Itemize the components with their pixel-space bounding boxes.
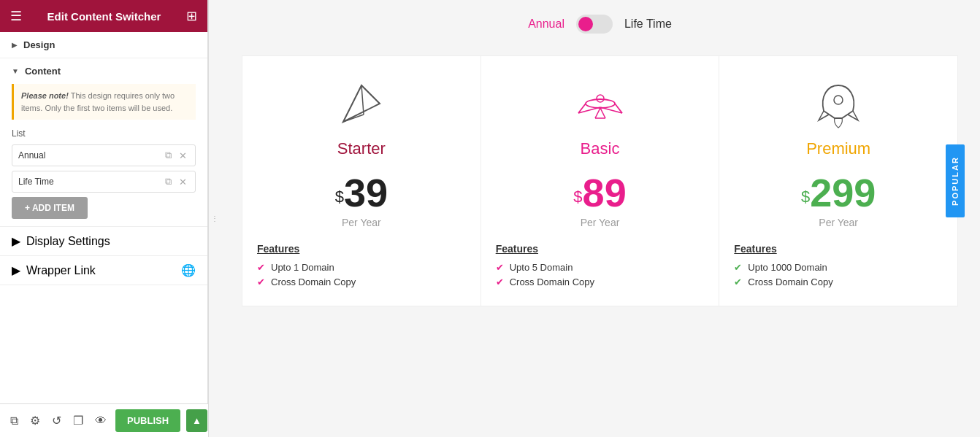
list-label: List [12, 128, 196, 139]
premium-title: Premium [734, 139, 943, 158]
premium-feature-1-text: Upto 1000 Domain [748, 262, 827, 273]
display-settings-label: Display Settings [26, 235, 110, 248]
starter-card: Starter $39 Per Year Features ✔ Upto 1 D… [242, 55, 481, 306]
basic-feature-1-text: Upto 5 Domain [510, 262, 573, 273]
bottom-bar: ⧉ ⚙ ↺ ❐ 👁 PUBLISH ▲ [0, 403, 208, 437]
basic-price-symbol: $ [573, 187, 582, 206]
panel-title: Edit Content Switcher [47, 10, 161, 23]
premium-price-symbol: $ [801, 187, 810, 206]
note-box: Please note! This design requires only t… [12, 84, 196, 120]
layers-icon[interactable]: ⧉ [7, 411, 21, 430]
content-label: Content [25, 66, 61, 77]
undo-icon[interactable]: ↺ [49, 411, 64, 430]
check-icon-1: ✔ [257, 262, 265, 273]
wrapper-arrow-icon: ▶ [12, 263, 20, 277]
hamburger-icon[interactable]: ☰ [10, 8, 22, 24]
svg-line-1 [361, 85, 364, 115]
starter-icon [257, 78, 466, 129]
design-label: Design [23, 39, 55, 50]
wrapper-row-left: ▶ Wrapper Link [12, 263, 96, 277]
toggle-lifetime-label: Life Time [624, 18, 672, 31]
list-item-annual-input[interactable] [12, 145, 161, 166]
basic-feature-2: ✔ Cross Domain Copy [496, 276, 705, 287]
premium-feature-1: ✔ Upto 1000 Domain [734, 262, 943, 273]
list-item-annual-copy-btn[interactable]: ⧉ [161, 147, 175, 164]
display-arrow-icon: ▶ [12, 234, 20, 248]
list-item-annual-delete-btn[interactable]: ✕ [175, 147, 191, 164]
starter-period: Per Year [257, 217, 466, 228]
basic-price-row: $89 [496, 173, 705, 212]
basic-price-number: 89 [583, 171, 627, 214]
globe-icon: 🌐 [181, 263, 196, 277]
add-item-button[interactable]: + ADD ITEM [12, 197, 88, 219]
publish-button[interactable]: PUBLISH [115, 409, 180, 432]
design-arrow-icon: ▶ [12, 41, 18, 49]
svg-point-8 [597, 95, 604, 102]
premium-price-row: $299 [734, 173, 943, 212]
check-icon-4: ✔ [496, 276, 504, 287]
starter-feature-2: ✔ Cross Domain Copy [257, 276, 466, 287]
list-item-annual: ⧉ ✕ [12, 144, 196, 166]
list-item-lifetime-delete-btn[interactable]: ✕ [175, 174, 191, 190]
preview-icon[interactable]: 👁 [92, 411, 110, 430]
pricing-cards: Starter $39 Per Year Features ✔ Upto 1 D… [242, 55, 958, 306]
basic-feature-2-text: Cross Domain Copy [510, 276, 594, 287]
basic-features-title: Features [496, 243, 705, 255]
panel-header: ☰ Edit Content Switcher ⊞ [0, 0, 207, 32]
basic-title: Basic [496, 139, 705, 158]
premium-feature-2-text: Cross Domain Copy [748, 276, 832, 287]
premium-price-number: 299 [810, 171, 876, 214]
premium-card: Premium $299 Per Year Features ✔ Upto 10… [719, 55, 958, 306]
basic-feature-1: ✔ Upto 5 Domain [496, 262, 705, 273]
toggle-knob [578, 17, 593, 31]
starter-feature-2-text: Cross Domain Copy [271, 276, 356, 287]
svg-line-10 [600, 108, 605, 118]
premium-icon [734, 78, 943, 129]
starter-feature-1: ✔ Upto 1 Domain [257, 262, 466, 273]
toggle-switch[interactable] [576, 15, 613, 34]
check-icon-6: ✔ [734, 276, 742, 287]
toggle-area: Annual Life Time [242, 15, 958, 34]
list-item-lifetime-copy-btn[interactable]: ⧉ [161, 173, 175, 190]
grid-icon[interactable]: ⊞ [186, 8, 197, 24]
check-icon-2: ✔ [257, 276, 265, 287]
publish-arrow-button[interactable]: ▲ [186, 409, 207, 432]
toggle-annual-label: Annual [528, 18, 564, 31]
settings-icon[interactable]: ⚙ [27, 411, 43, 430]
premium-features-title: Features [734, 243, 943, 255]
starter-price-number: 39 [344, 171, 388, 214]
basic-card: Basic $89 Per Year Features ✔ Upto 5 Dom… [481, 55, 720, 306]
left-panel: ☰ Edit Content Switcher ⊞ ▶ Design ▼ Con… [0, 0, 208, 437]
resize-handle[interactable]: ⋮ [208, 0, 220, 437]
display-settings-section[interactable]: ▶ Display Settings [0, 227, 207, 256]
content-section-header[interactable]: ▼ Content [12, 66, 196, 77]
premium-feature-2: ✔ Cross Domain Copy [734, 276, 943, 287]
check-icon-5: ✔ [734, 262, 742, 273]
wrapper-link-section[interactable]: ▶ Wrapper Link 🌐 [0, 256, 207, 285]
content-section: ▼ Content Please note! This design requi… [0, 58, 207, 227]
panel-body: ▶ Design ▼ Content Please note! This des… [0, 32, 207, 437]
svg-point-3 [586, 99, 615, 108]
content-arrow-icon: ▼ [12, 67, 19, 75]
starter-price-row: $39 [257, 173, 466, 212]
check-icon-3: ✔ [496, 262, 504, 273]
starter-price-symbol: $ [335, 187, 344, 206]
design-section[interactable]: ▶ Design [0, 32, 207, 58]
svg-line-9 [595, 108, 600, 118]
wrapper-link-label: Wrapper Link [26, 264, 96, 277]
svg-point-12 [834, 96, 843, 104]
starter-feature-1-text: Upto 1 Domain [271, 262, 334, 273]
premium-period: Per Year [734, 217, 943, 228]
basic-period: Per Year [496, 217, 705, 228]
note-bold: Please note! [21, 91, 69, 100]
duplicate-icon[interactable]: ❐ [70, 411, 86, 430]
list-item-lifetime: ⧉ ✕ [12, 171, 196, 193]
popular-badge: POPULAR [946, 144, 965, 217]
starter-features-title: Features [257, 243, 466, 255]
resize-dots-icon: ⋮ [211, 214, 218, 223]
basic-icon [496, 78, 705, 129]
starter-title: Starter [257, 139, 466, 158]
list-item-lifetime-input[interactable] [12, 171, 161, 192]
main-content: Annual Life Time Starter $39 Per Year Fe… [220, 0, 980, 437]
